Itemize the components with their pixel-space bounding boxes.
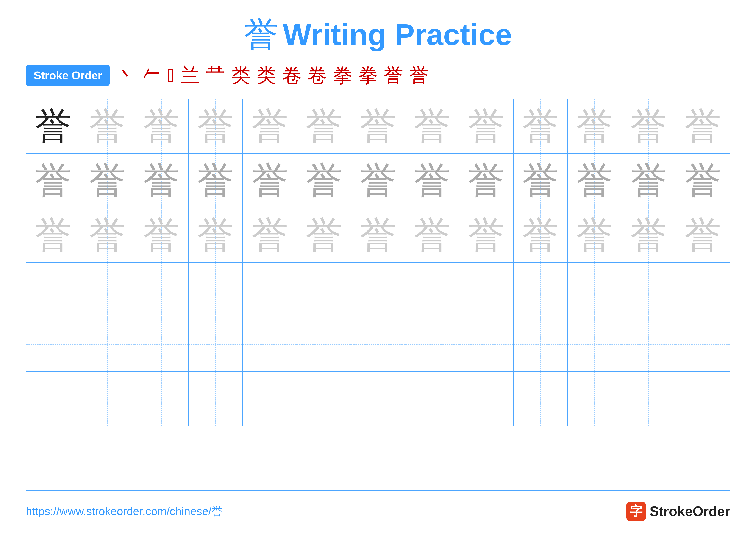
grid-cell[interactable]: 誉	[80, 154, 134, 208]
grid-cell[interactable]: 誉	[243, 208, 297, 262]
grid-cell[interactable]	[80, 372, 134, 426]
grid-cell[interactable]: 誉	[568, 99, 622, 153]
grid-cell[interactable]	[189, 372, 243, 426]
grid-cell[interactable]	[676, 372, 730, 426]
footer-logo: 字 StrokeOrder	[627, 502, 730, 521]
grid-cell[interactable]: 誉	[26, 99, 80, 153]
grid-cell[interactable]	[134, 317, 189, 371]
grid-cell[interactable]	[26, 263, 80, 317]
grid-cell[interactable]	[297, 372, 351, 426]
grid-cell[interactable]	[351, 317, 405, 371]
grid-cell[interactable]: 誉	[459, 208, 514, 262]
grid-cell[interactable]	[243, 263, 297, 317]
grid-cell[interactable]	[405, 317, 459, 371]
grid-cell[interactable]	[26, 317, 80, 371]
grid-cell[interactable]: 誉	[676, 208, 730, 262]
grid-cell[interactable]	[80, 317, 134, 371]
grid-cell[interactable]: 誉	[568, 154, 622, 208]
stroke-8: 卷	[282, 66, 302, 85]
grid-cell[interactable]	[676, 263, 730, 317]
grid-cell[interactable]: 誉	[243, 154, 297, 208]
grid-cell[interactable]	[568, 372, 622, 426]
cell-character: 誉	[252, 163, 288, 199]
grid-cell[interactable]	[243, 317, 297, 371]
grid-cell[interactable]	[459, 263, 514, 317]
cell-character: 誉	[252, 108, 288, 144]
grid-cell[interactable]	[622, 263, 676, 317]
grid-cell[interactable]	[189, 263, 243, 317]
grid-cell[interactable]: 誉	[514, 208, 568, 262]
cell-character: 誉	[143, 108, 180, 144]
stroke-sequence: 丶 𠂉 𠃊 兰 龷 类 类 卷 卷 拳 拳 誉 誉	[116, 66, 429, 85]
grid-cell[interactable]	[622, 317, 676, 371]
grid-row-2: 誉誉誉誉誉誉誉誉誉誉誉誉誉	[26, 208, 730, 263]
grid-cell[interactable]	[459, 372, 514, 426]
cell-character: 誉	[306, 108, 342, 144]
grid-cell[interactable]: 誉	[568, 208, 622, 262]
grid-cell[interactable]	[568, 263, 622, 317]
grid-cell[interactable]: 誉	[405, 208, 459, 262]
grid-cell[interactable]: 誉	[134, 154, 189, 208]
grid-cell[interactable]	[405, 372, 459, 426]
grid-cell[interactable]: 誉	[351, 208, 405, 262]
stroke-3: 𠃊	[167, 66, 174, 85]
grid-cell[interactable]: 誉	[189, 99, 243, 153]
grid-cell[interactable]: 誉	[189, 208, 243, 262]
grid-cell[interactable]	[676, 317, 730, 371]
grid-cell[interactable]	[459, 317, 514, 371]
grid-cell[interactable]	[514, 372, 568, 426]
grid-cell[interactable]: 誉	[514, 99, 568, 153]
grid-cell[interactable]	[405, 263, 459, 317]
grid-cell[interactable]: 誉	[405, 99, 459, 153]
grid-cell[interactable]	[297, 263, 351, 317]
grid-cell[interactable]: 誉	[514, 154, 568, 208]
grid-cell[interactable]: 誉	[26, 154, 80, 208]
grid-cell[interactable]	[514, 263, 568, 317]
cell-character: 誉	[522, 217, 559, 254]
cell-character: 誉	[306, 163, 342, 199]
grid-cell[interactable]	[243, 372, 297, 426]
page-title: Writing Practice	[283, 17, 512, 52]
grid-cell[interactable]: 誉	[622, 99, 676, 153]
cell-character: 誉	[576, 108, 613, 144]
grid-cell[interactable]	[80, 263, 134, 317]
grid-cell[interactable]	[134, 372, 189, 426]
grid-cell[interactable]: 誉	[297, 154, 351, 208]
grid-row-5	[26, 372, 730, 426]
grid-cell[interactable]: 誉	[622, 154, 676, 208]
cell-character: 誉	[630, 217, 667, 254]
cell-character: 誉	[360, 163, 396, 199]
grid-cell[interactable]: 誉	[80, 208, 134, 262]
grid-cell[interactable]: 誉	[351, 154, 405, 208]
grid-cell[interactable]: 誉	[351, 99, 405, 153]
grid-cell[interactable]: 誉	[622, 208, 676, 262]
footer-url[interactable]: https://www.strokeorder.com/chinese/誉	[26, 504, 223, 519]
cell-character: 誉	[306, 217, 342, 254]
cell-character: 誉	[414, 108, 450, 144]
grid-cell[interactable]	[622, 372, 676, 426]
grid-cell[interactable]	[351, 263, 405, 317]
grid-cell[interactable]: 誉	[26, 208, 80, 262]
grid-cell[interactable]: 誉	[80, 99, 134, 153]
cell-character: 誉	[414, 163, 450, 199]
grid-cell[interactable]: 誉	[189, 154, 243, 208]
grid-cell[interactable]: 誉	[297, 208, 351, 262]
grid-cell[interactable]: 誉	[134, 99, 189, 153]
grid-cell[interactable]	[514, 317, 568, 371]
footer: https://www.strokeorder.com/chinese/誉 字 …	[26, 502, 730, 521]
grid-cell[interactable]: 誉	[676, 154, 730, 208]
grid-cell[interactable]	[297, 317, 351, 371]
grid-cell[interactable]: 誉	[459, 99, 514, 153]
grid-cell[interactable]	[351, 372, 405, 426]
grid-cell[interactable]: 誉	[459, 154, 514, 208]
grid-cell[interactable]	[189, 317, 243, 371]
grid-cell[interactable]	[26, 372, 80, 426]
grid-cell[interactable]	[134, 263, 189, 317]
grid-cell[interactable]: 誉	[676, 99, 730, 153]
grid-cell[interactable]: 誉	[297, 99, 351, 153]
grid-cell[interactable]: 誉	[405, 154, 459, 208]
grid-cell[interactable]: 誉	[243, 99, 297, 153]
title-chinese-char: 誉	[244, 17, 279, 52]
grid-cell[interactable]	[568, 317, 622, 371]
grid-cell[interactable]: 誉	[134, 208, 189, 262]
